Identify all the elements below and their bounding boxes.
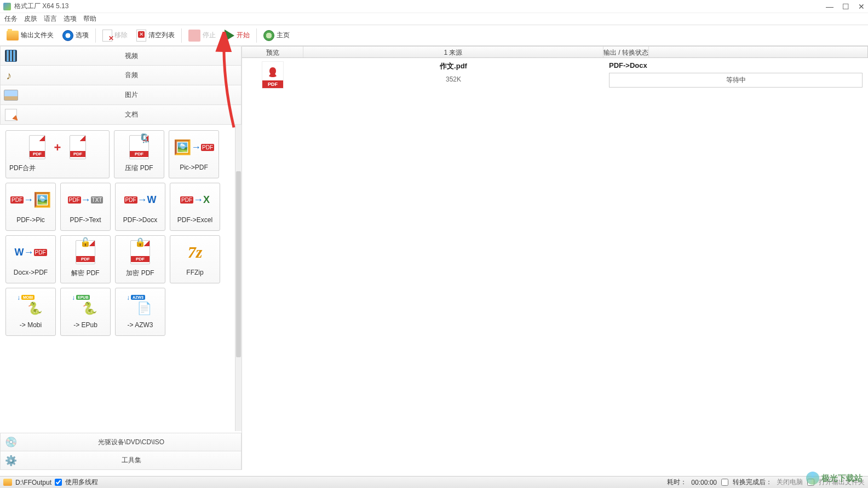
unlock-icon: 🔓 <box>80 237 91 247</box>
tile-pdf-merge[interactable]: + PDF合并 <box>5 130 110 178</box>
arrow-icon: → <box>193 194 203 206</box>
tile-label: PDF->Excel <box>177 216 212 224</box>
clear-icon <box>136 30 146 42</box>
toolbar: 输出文件夹 选项 移除 清空列表 停止 开始 主页 <box>0 25 868 46</box>
tile-pdf-to-pic[interactable]: PDF→🖼️ PDF->Pic <box>5 183 56 231</box>
tile-label: Pic->PDF <box>180 164 208 171</box>
task-conversion: PDF->Docx <box>609 61 863 69</box>
clear-list-button[interactable]: 清空列表 <box>133 27 178 44</box>
window-controls: — ☐ ✕ <box>826 3 865 10</box>
play-icon <box>225 30 234 42</box>
tile-encrypt-pdf[interactable]: 🔒 加密 PDF <box>115 235 165 283</box>
clear-list-label: 清空列表 <box>148 31 175 40</box>
audio-icon <box>6 69 16 82</box>
output-path[interactable]: D:\FFOutput <box>15 479 51 486</box>
gear-icon: ⚙️ <box>5 455 17 467</box>
header-source[interactable]: 1 来源 <box>303 47 603 57</box>
output-folder-label: 输出文件夹 <box>21 31 54 40</box>
word-icon: W <box>15 247 24 258</box>
menu-options[interactable]: 选项 <box>64 14 77 24</box>
lock-icon: 🔒 <box>135 237 146 247</box>
tile-ffzip[interactable]: 7z FFZip <box>170 235 220 283</box>
after-convert-checkbox[interactable] <box>721 479 728 486</box>
stop-label: 停止 <box>203 31 216 40</box>
category-list: 视频 音频 图片 文档 <box>0 46 242 125</box>
status-bar: D:\FFOutput 使用多线程 耗时： 00:00:00 转换完成后： 关闭… <box>0 476 868 488</box>
category-optical[interactable]: 💿 光驱设备\DVD\CD\ISO <box>0 433 242 451</box>
stop-button[interactable]: 停止 <box>185 27 219 44</box>
after-action-shutdown[interactable]: 关闭电脑 <box>777 478 803 487</box>
task-row[interactable]: PDF 作文.pdf 352K PDF->Docx 等待中 <box>242 58 868 92</box>
image-icon: 🖼️ <box>174 139 191 156</box>
open-folder-checkbox[interactable] <box>807 479 814 486</box>
tile-to-epub[interactable]: ↓EPUB -> EPub <box>60 288 111 336</box>
arrow-icon: → <box>137 194 147 206</box>
tile-to-mobi[interactable]: ↓MOBI -> Mobi <box>5 288 56 336</box>
remove-label: 移除 <box>114 31 128 40</box>
document-icon <box>5 109 17 121</box>
arrow-icon: → <box>24 247 34 258</box>
tile-label: FFZip <box>186 269 203 276</box>
category-document[interactable]: 文档 <box>0 105 242 125</box>
zip-icon: 7z <box>188 243 203 262</box>
right-panel: 预览 1 来源 输出 / 转换状态 PDF 作文.pdf 352K PDF->D… <box>242 46 868 470</box>
title-bar: 格式工厂 X64 5.13 — ☐ ✕ <box>0 0 868 13</box>
category-tools[interactable]: ⚙️ 工具集 <box>0 451 242 470</box>
multithread-checkbox[interactable] <box>55 479 62 486</box>
options-label: 选项 <box>76 31 89 40</box>
tile-label: -> AZW3 <box>127 321 153 329</box>
stop-icon <box>188 30 200 42</box>
tile-pdf-to-docx[interactable]: PDF→W PDF->Docx <box>115 183 165 231</box>
excel-icon: X <box>203 194 210 206</box>
start-button[interactable]: 开始 <box>221 27 253 44</box>
tile-label: -> Mobi <box>20 321 42 329</box>
bottom-categories: 💿 光驱设备\DVD\CD\ISO ⚙️ 工具集 <box>0 433 242 470</box>
image-icon: 🖼️ <box>33 191 51 208</box>
conversion-grid: + PDF合并 🗜️ 压缩 PDF 🖼️→PDF Pic->PDF PDF→🖼️… <box>0 125 242 433</box>
tile-pdf-to-text[interactable]: PDF→TXT PDF->Text <box>60 183 111 231</box>
menu-language[interactable]: 语言 <box>44 14 57 24</box>
tile-compress-pdf[interactable]: 🗜️ 压缩 PDF <box>114 130 164 178</box>
home-button[interactable]: 主页 <box>260 28 293 43</box>
output-folder-button[interactable]: 输出文件夹 <box>3 28 57 43</box>
plus-icon: + <box>54 141 61 155</box>
maximize-button[interactable]: ☐ <box>842 3 849 10</box>
tile-docx-to-pdf[interactable]: W→PDF Docx->PDF <box>5 235 56 283</box>
menu-help[interactable]: 帮助 <box>83 14 96 24</box>
task-status: 等待中 <box>609 73 863 88</box>
folder-icon <box>7 31 19 40</box>
tile-label: PDF->Docx <box>123 216 157 224</box>
arrow-icon: → <box>81 194 91 206</box>
after-convert-label: 转换完成后： <box>733 478 772 487</box>
tile-to-azw3[interactable]: ↓AZW3 -> AZW3 <box>115 288 165 336</box>
after-action-open[interactable]: 打开输出文件夹 <box>819 478 865 487</box>
tile-label: 解密 PDF <box>71 269 99 278</box>
task-output-cell: PDF->Docx 等待中 <box>603 61 868 88</box>
task-preview-cell: PDF <box>242 61 303 89</box>
tile-decrypt-pdf[interactable]: 🔓 解密 PDF <box>60 235 111 283</box>
menu-task[interactable]: 任务 <box>4 14 18 24</box>
task-filename: 作文.pdf <box>303 61 603 71</box>
header-output[interactable]: 输出 / 转换状态 <box>603 47 649 57</box>
category-optical-label: 光驱设备\DVD\CD\ISO <box>21 438 241 447</box>
category-video[interactable]: 视频 <box>0 46 242 66</box>
close-button[interactable]: ✕ <box>858 3 865 10</box>
start-label: 开始 <box>237 31 250 40</box>
tile-pdf-to-excel[interactable]: PDF→X PDF->Excel <box>170 183 220 231</box>
image-icon <box>4 90 18 101</box>
header-preview[interactable]: 预览 <box>242 47 303 57</box>
pdf-thumb-label: PDF <box>262 80 283 88</box>
options-button[interactable]: 选项 <box>59 28 92 43</box>
remove-button[interactable]: 移除 <box>99 27 131 44</box>
minimize-button[interactable]: — <box>826 3 833 10</box>
toolbar-separator <box>181 28 182 43</box>
tile-pic-to-pdf[interactable]: 🖼️→PDF Pic->PDF <box>169 130 219 178</box>
category-audio-label: 音频 <box>21 71 241 80</box>
category-audio[interactable]: 音频 <box>0 66 242 85</box>
left-scrollbar[interactable] <box>235 125 242 431</box>
category-image[interactable]: 图片 <box>0 85 242 105</box>
task-filesize: 352K <box>303 75 603 83</box>
toolbar-separator <box>256 28 257 43</box>
task-list-header: 预览 1 来源 输出 / 转换状态 <box>242 46 868 58</box>
menu-skin[interactable]: 皮肤 <box>24 14 37 24</box>
